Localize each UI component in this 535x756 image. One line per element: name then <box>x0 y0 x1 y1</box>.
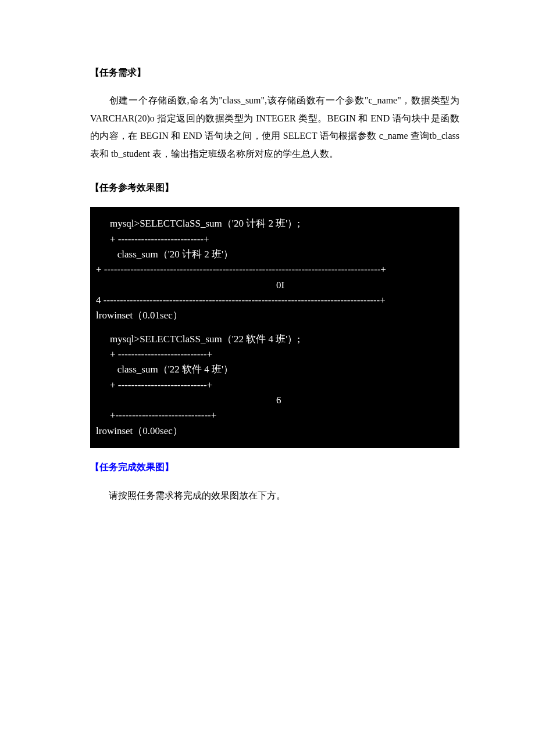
terminal-line-sep: + --------------------------------------… <box>90 262 459 277</box>
task-completed-text: 请按照任务需求将完成的效果图放在下方。 <box>109 490 286 500</box>
task-requirement-body: 创建一个存储函数,命名为"class_sum",该存储函数有一个参数"c_nam… <box>90 92 459 163</box>
terminal-line-sep: + --------------------------+ <box>90 232 459 247</box>
terminal-line-sep: +-----------------------------+ <box>90 408 459 423</box>
terminal-line-rows2: lrowinset（0.00sec） <box>90 424 459 439</box>
terminal-line-header1: class_sum（'20 计科 2 班'） <box>90 247 459 262</box>
terminal-line-value2: 6 <box>90 393 459 408</box>
task-completed-body: 请按照任务需求将完成的效果图放在下方。 <box>90 487 459 504</box>
terminal-line-sep: + ---------------------------+ <box>90 347 459 362</box>
terminal-line-query2: mysql>SELECTClaSS_sum（'22 软件 4 班'）; <box>90 332 459 347</box>
terminal-line-query1: mysql>SELECTClaSS_sum（'20 计科 2 班'）; <box>90 216 459 231</box>
task-requirement-text: 创建一个存储函数,命名为"class_sum",该存储函数有一个参数"c_nam… <box>90 95 459 158</box>
terminal-line-sep: + ---------------------------+ <box>90 378 459 393</box>
task-completed-heading: 【任务完成效果图】 <box>90 458 459 476</box>
task-requirement-heading: 【任务需求】 <box>90 64 459 81</box>
document-page: 【任务需求】 创建一个存储函数,命名为"class_sum",该存储函数有一个参… <box>0 0 535 556</box>
terminal-line-header2: class_sum（'22 软件 4 班'） <box>90 362 459 377</box>
terminal-line-value1: 0I <box>90 278 459 293</box>
task-reference-heading: 【任务参考效果图】 <box>90 179 459 196</box>
terminal-line-sep: 4 --------------------------------------… <box>90 293 459 308</box>
terminal-spacer <box>90 324 459 332</box>
terminal-output: mysql>SELECTClaSS_sum（'20 计科 2 班'）; + --… <box>90 207 459 448</box>
terminal-line-rows1: lrowinset（0.01sec） <box>90 308 459 323</box>
